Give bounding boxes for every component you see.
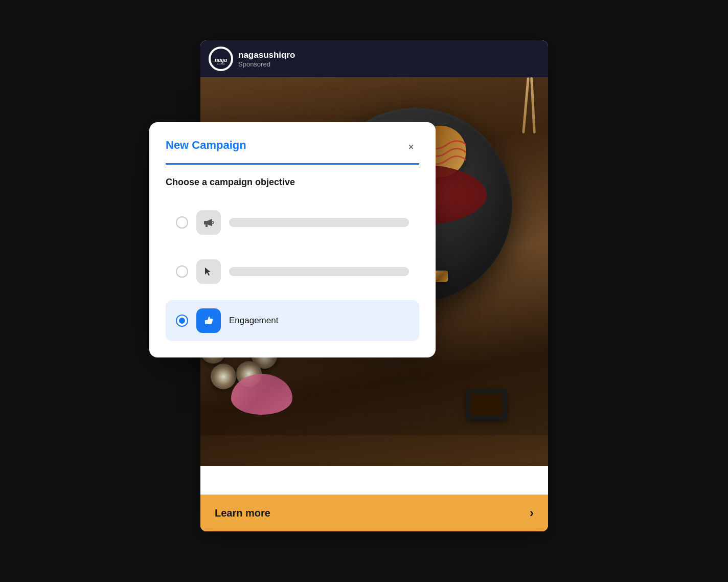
objective-list: Engagement xyxy=(166,202,419,341)
sushi-roll-4 xyxy=(211,364,236,389)
modal-title: New Campaign xyxy=(166,139,246,152)
svg-text:naga: naga xyxy=(215,56,228,63)
objective-icon-awareness xyxy=(196,210,221,235)
svg-text:SUSHI: SUSHI xyxy=(217,63,225,65)
sponsored-label: Sponsored xyxy=(238,60,295,68)
scene: naga SUSHI nagasushiqro Sponsored xyxy=(180,40,548,542)
chopstick-2 xyxy=(530,77,536,133)
brand-avatar: naga SUSHI xyxy=(209,47,233,71)
radio-awareness[interactable] xyxy=(176,216,188,229)
radio-engagement[interactable] xyxy=(176,315,188,327)
objective-item-engagement[interactable]: Engagement xyxy=(166,300,419,341)
ad-brand-info: nagasushiqro Sponsored xyxy=(238,50,295,68)
svg-rect-3 xyxy=(204,221,207,225)
ad-header: naga SUSHI nagasushiqro Sponsored xyxy=(200,40,548,77)
modal-close-button[interactable]: × xyxy=(403,139,419,155)
objective-label-bar-awareness xyxy=(229,218,409,227)
objective-icon-engagement xyxy=(196,308,221,333)
brand-name: nagasushiqro xyxy=(238,50,295,60)
objective-label-bar-traffic xyxy=(229,267,409,276)
sauce-bowl xyxy=(466,389,507,420)
modal-subtitle: Choose a campaign objective xyxy=(166,177,419,188)
learn-more-button[interactable]: Learn more › xyxy=(200,495,548,531)
cursor-icon xyxy=(203,266,214,277)
objective-item-awareness[interactable] xyxy=(166,202,419,243)
new-campaign-modal: New Campaign × Choose a campaign objecti… xyxy=(149,122,436,357)
svg-rect-4 xyxy=(206,225,208,227)
svg-point-5 xyxy=(212,221,214,223)
thumbsup-icon xyxy=(203,315,214,326)
learn-more-label: Learn more xyxy=(215,507,270,519)
engagement-label: Engagement xyxy=(229,316,409,326)
modal-header: New Campaign × xyxy=(166,139,419,165)
close-icon: × xyxy=(408,141,414,153)
megaphone-icon xyxy=(203,217,214,228)
radio-traffic[interactable] xyxy=(176,265,188,278)
sushi-piece-7 xyxy=(434,271,448,282)
brand-logo: naga SUSHI xyxy=(211,49,231,69)
learn-more-arrow-icon: › xyxy=(530,506,534,520)
objective-item-traffic[interactable] xyxy=(166,251,419,292)
objective-icon-traffic xyxy=(196,259,221,284)
